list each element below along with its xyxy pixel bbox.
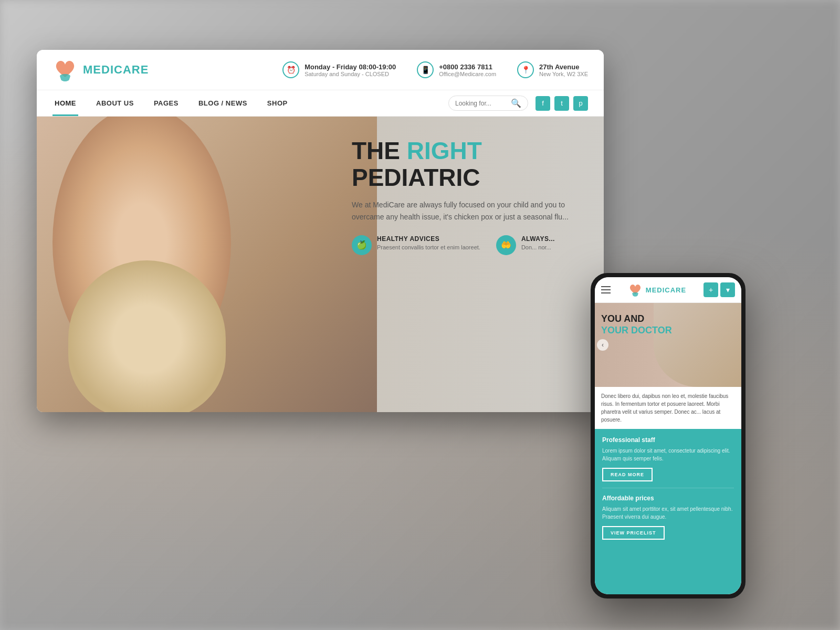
phone-line1: +0800 2336 7811: [439, 63, 496, 71]
facebook-icon[interactable]: f: [536, 96, 550, 111]
nav-item-blog[interactable]: BLOG / NEWS: [196, 90, 249, 116]
phone-icon: 📱: [417, 61, 434, 78]
feature-healthy: 🍏 HEALTHY ADVICES Praesent convallis tor…: [352, 235, 480, 255]
feature-care-desc: Don... nor...: [521, 244, 555, 250]
read-more-button[interactable]: READ MORE: [602, 468, 653, 481]
phone-logo[interactable]: MEDICARE: [628, 282, 686, 297]
phone-feature-professional-title: Professional staff: [602, 436, 734, 444]
phone-header: MEDICARE + ▾: [595, 277, 741, 303]
hero-title: THE RIGHT PEDIATRIC: [352, 138, 593, 191]
phone-hero-title-line1: YOU AND: [601, 313, 672, 325]
hero-title-teal: RIGHT: [407, 137, 482, 164]
feature-care-title: ALWAYS...: [521, 235, 555, 243]
address-line2: New York, W2 3XE: [539, 71, 588, 77]
hero-section: THE RIGHT PEDIATRIC We at MediCare are a…: [37, 117, 604, 412]
phone-feature-professional: Professional staff Lorem ipsum dolor sit…: [602, 436, 734, 481]
phone-teal-section: Professional staff Lorem ipsum dolor sit…: [595, 429, 741, 594]
header-top: MEDICARE ⏰ Monday - Friday 08:00-19:00 S…: [37, 50, 604, 90]
care-icon: 🤲: [496, 235, 516, 255]
phone-prev-arrow[interactable]: ‹: [597, 339, 608, 351]
feature-healthy-title: HEALTHY ADVICES: [377, 235, 480, 243]
phone-feature-professional-desc: Lorem ipsum dolor sit amet, consectetur …: [602, 447, 734, 463]
phone-feature-prices-desc: Aliquam sit amet porttitor ex, sit amet …: [602, 505, 734, 521]
schedule-line2: Saturday and Sunday - CLOSED: [304, 71, 396, 77]
nav-links: HOME ABOUT US PAGES BLOG / NEWS SHOP: [52, 90, 290, 116]
phone-feature-prices: Affordable prices Aliquam sit amet portt…: [602, 488, 734, 540]
nav-item-shop[interactable]: SHOP: [265, 90, 290, 116]
hero-child-photo: [37, 117, 377, 412]
clock-icon: ⏰: [282, 61, 299, 78]
phone-heart-hands-icon: [628, 282, 643, 297]
header-info: ⏰ Monday - Friday 08:00-19:00 Saturday a…: [282, 61, 588, 78]
healthy-icon: 🍏: [352, 235, 372, 255]
phone-info: 📱 +0800 2336 7811 Office@Medicare.com: [417, 61, 496, 78]
social-icons: f t p: [536, 96, 588, 111]
phone-line2: Office@Medicare.com: [439, 71, 496, 77]
phone-text: +0800 2336 7811 Office@Medicare.com: [439, 63, 496, 77]
search-input[interactable]: [455, 100, 508, 107]
teddy-bear: [68, 260, 226, 412]
location-icon: 📍: [517, 61, 534, 78]
browser-window: MEDICARE ⏰ Monday - Friday 08:00-19:00 S…: [37, 50, 604, 412]
nav-right: 🔍 f t p: [448, 96, 588, 111]
nav-item-about[interactable]: ABOUT US: [94, 90, 136, 116]
hero-subtitle: We at MediCare are always fully focused …: [352, 199, 593, 223]
phone-hero-title-line2: YOUR DOCTOR: [601, 325, 672, 337]
hero-content: THE RIGHT PEDIATRIC We at MediCare are a…: [352, 138, 593, 255]
hamburger-line2: [601, 289, 611, 290]
schedule-info: ⏰ Monday - Friday 08:00-19:00 Saturday a…: [282, 61, 396, 78]
logo-area[interactable]: MEDICARE: [52, 57, 149, 82]
phone-logo-text: MEDICARE: [646, 286, 686, 294]
address-text: 27th Avenue New York, W2 3XE: [539, 63, 588, 77]
nav-item-home[interactable]: HOME: [52, 90, 78, 116]
schedule-text: Monday - Friday 08:00-19:00 Saturday and…: [304, 63, 396, 77]
phone-chevron-down-icon[interactable]: ▾: [720, 282, 735, 297]
search-box[interactable]: 🔍: [448, 96, 528, 111]
hamburger-menu[interactable]: [601, 286, 611, 293]
twitter-icon[interactable]: t: [554, 96, 569, 111]
schedule-line1: Monday - Friday 08:00-19:00: [304, 63, 396, 71]
hero-features: 🍏 HEALTHY ADVICES Praesent convallis tor…: [352, 235, 593, 255]
logo-text: MEDICARE: [83, 63, 149, 77]
phone-feature-prices-title: Affordable prices: [602, 495, 734, 502]
pinterest-icon[interactable]: p: [573, 96, 588, 111]
nav-bar: HOME ABOUT US PAGES BLOG / NEWS SHOP 🔍 f…: [37, 90, 604, 117]
phone-body-text: Donec libero dui, dapibus non leo et, mo…: [595, 387, 741, 429]
nav-item-pages[interactable]: PAGES: [152, 90, 181, 116]
hamburger-line1: [601, 286, 611, 287]
feature-healthy-desc: Praesent convallis tortor et enim laoree…: [377, 244, 480, 250]
phone-plus-button[interactable]: +: [704, 282, 718, 297]
phone-hero-text: YOU AND YOUR DOCTOR: [601, 313, 672, 336]
feature-care-text: ALWAYS... Don... nor...: [521, 235, 555, 250]
phone-inner: MEDICARE + ▾ YOU AND YOUR DOCTOR ‹ Donec…: [595, 277, 741, 594]
phone-hero-image: YOU AND YOUR DOCTOR ‹: [595, 303, 741, 387]
heart-hands-icon: [52, 57, 78, 82]
address-line1: 27th Avenue: [539, 63, 588, 71]
feature-healthy-text: HEALTHY ADVICES Praesent convallis torto…: [377, 235, 480, 250]
hamburger-line3: [601, 292, 611, 293]
view-pricelist-button[interactable]: VIEW PRICELIST: [602, 526, 665, 540]
feature-care: 🤲 ALWAYS... Don... nor...: [496, 235, 555, 255]
address-info: 📍 27th Avenue New York, W2 3XE: [517, 61, 588, 78]
mobile-phone: MEDICARE + ▾ YOU AND YOUR DOCTOR ‹ Donec…: [591, 273, 746, 598]
phone-header-right: + ▾: [704, 282, 735, 297]
search-icon[interactable]: 🔍: [511, 98, 521, 108]
